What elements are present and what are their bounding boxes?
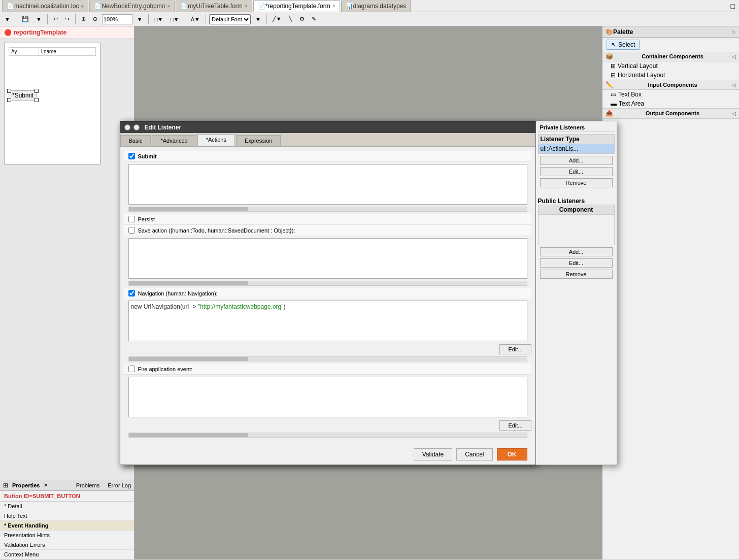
modal-tab-expression[interactable]: Expression — [236, 135, 281, 146]
cancel-btn[interactable]: Cancel — [456, 448, 492, 460]
fire-event-code-area[interactable] — [128, 377, 527, 417]
modal-tab-actions[interactable]: *Actions — [197, 134, 235, 146]
palette-vertical-layout[interactable]: ⊞ Vertical Layout — [602, 61, 739, 71]
close-icon[interactable]: × — [167, 4, 170, 9]
layout-h-icon: ⊟ — [611, 72, 616, 79]
public-remove-btn[interactable]: Remove — [540, 270, 613, 279]
toolbar-btn-zoomin[interactable]: ⊕ — [79, 14, 88, 24]
font-select[interactable]: Default Font — [209, 14, 251, 24]
toolbar-btn-border2[interactable]: □▼ — [167, 15, 182, 24]
canvas-area[interactable]: Ay i.name *Submit — [0, 39, 134, 480]
container-collapse-btn[interactable]: ◁ — [732, 54, 736, 59]
properties-close-icon[interactable]: ✕ — [44, 482, 48, 488]
submit-label: Submit — [138, 153, 157, 159]
toolbar-btn-group[interactable]: ▼ — [33, 15, 44, 24]
toolbar-btn-misc2[interactable]: ╱▼ — [270, 14, 284, 24]
tab-bar: 📄 machineLocalization.loc × 📄 NewBookEnt… — [0, 0, 739, 12]
close-icon[interactable]: × — [81, 4, 84, 9]
toolbar-btn-save[interactable]: 💾 — [19, 14, 31, 24]
palette-text-box[interactable]: ▭ Text Box — [602, 90, 739, 99]
errorlog-tab[interactable]: Error Log — [108, 482, 131, 488]
submit-code-area[interactable] — [128, 164, 527, 205]
nav-checkbox[interactable] — [128, 290, 135, 297]
input-collapse-btn[interactable]: ◁ — [732, 82, 736, 88]
close-icon[interactable]: × — [332, 3, 335, 9]
private-actions: Add... Edit... Remove — [538, 154, 615, 189]
palette-text-area[interactable]: ▬ Text Area — [602, 99, 739, 108]
ok-btn[interactable]: OK — [497, 448, 527, 460]
component-col: Component — [538, 205, 614, 215]
modal-tab-basic[interactable]: Basic — [120, 135, 151, 146]
listener-row[interactable]: ui::ActionLis... — [538, 144, 614, 154]
prop-helptext[interactable]: Help Text — [0, 511, 134, 521]
toolbar-btn-dropdown[interactable]: ▼ — [135, 15, 145, 24]
submit-scrollbar-h[interactable] — [128, 207, 527, 212]
palette-icon: 🎨 — [606, 28, 613, 36]
submit-checkbox[interactable] — [128, 153, 135, 159]
nav-code-area[interactable]: new UrlNavigation(url -> "http://myfanta… — [128, 301, 527, 341]
toolbar-btn-misc1[interactable]: ▼ — [253, 15, 263, 24]
persist-checkbox[interactable] — [128, 216, 135, 222]
file-icon: 📄 — [258, 3, 265, 10]
tab-myuitreetable[interactable]: 📄 myUiTreeTable.form × — [176, 1, 252, 12]
fire-event-edit-btn[interactable]: Edit... — [499, 420, 531, 431]
preview-submit-button[interactable]: *Submit — [9, 90, 37, 101]
edit-listener-modal: Edit Listener Basic *Advanced *Actions E… — [120, 121, 536, 465]
nav-edit-btn[interactable]: Edit... — [499, 344, 531, 354]
toolbar-btn-undo[interactable]: ↩ — [51, 14, 60, 24]
toolbar-btn-misc4[interactable]: ⚙ — [297, 14, 307, 24]
toolbar-btn-zoomout[interactable]: ⊖ — [90, 14, 100, 24]
toolbar-btn-arrow[interactable]: ▼ — [2, 15, 13, 24]
tab-newbookentry[interactable]: 📄 NewBookEntry.gobpmn × — [89, 1, 175, 12]
fire-event-label: Fire application event: — [138, 366, 193, 372]
private-add-btn[interactable]: Add... — [540, 156, 613, 165]
public-add-btn[interactable]: Add... — [540, 247, 613, 256]
toolbar-font-label: A▼ — [188, 15, 203, 24]
submit-code-textarea[interactable] — [129, 164, 527, 204]
save-action-scrollbar[interactable] — [128, 281, 527, 286]
prop-presentationhints[interactable]: Presentation Hints — [0, 531, 134, 540]
right-panel: 🎨 Palette ▷ ↖ Select 📦 Container Compone… — [602, 26, 739, 559]
palette-horizontal-layout[interactable]: ⊟ Horizontal Layout — [602, 71, 739, 80]
palette-collapse-btn[interactable]: ▷ — [732, 29, 736, 35]
prop-eventhandling[interactable]: * Event Handling — [0, 521, 134, 531]
save-action-checkbox[interactable] — [128, 227, 135, 234]
input-components-header[interactable]: ✏️ Input Components ◁ — [602, 80, 739, 90]
nav-scrollbar[interactable] — [128, 356, 527, 361]
prop-validationerrors[interactable]: Validation Errors — [0, 540, 134, 550]
private-remove-btn[interactable]: Remove — [540, 178, 613, 187]
preview-col-iname: i.name — [39, 48, 95, 56]
problems-tab[interactable]: Problems — [76, 482, 99, 488]
toolbar-btn-redo[interactable]: ↪ — [62, 14, 72, 24]
tab-diagrams[interactable]: 📊 diagrams.datatypes — [341, 1, 411, 12]
output-collapse-btn[interactable]: ◁ — [732, 111, 736, 116]
save-action-textarea[interactable] — [129, 239, 527, 278]
fire-event-scrollbar[interactable] — [128, 433, 527, 438]
toolbar-btn-misc5[interactable]: ✎ — [309, 14, 319, 24]
tab-machineloc[interactable]: 📄 machineLocalization.loc × — [2, 1, 88, 12]
public-edit-btn[interactable]: Edit... — [540, 258, 613, 268]
modal-footer: Validate Cancel OK — [120, 444, 535, 465]
private-edit-btn[interactable]: Edit... — [540, 167, 613, 176]
prop-detail[interactable]: * Detail — [0, 502, 134, 511]
public-listeners-section: Public Listeners Component Add... Edit.. — [538, 197, 615, 281]
palette-select-btn[interactable]: ↖ Select — [607, 40, 640, 50]
output-components-header[interactable]: 📤 Output Components ◁ — [602, 109, 739, 118]
container-components-header[interactable]: 📦 Container Components ◁ — [602, 52, 739, 61]
sep1 — [16, 14, 16, 24]
modal-tab-advanced[interactable]: *Advanced — [152, 135, 196, 146]
close-icon[interactable]: × — [245, 4, 248, 9]
toolbar-btn-misc3[interactable]: ╲ — [286, 14, 295, 24]
zoom-input[interactable] — [102, 14, 132, 24]
validate-btn[interactable]: Validate — [414, 448, 452, 460]
tab-reportingtemplate[interactable]: 📄 *reportingTemplate.form × — [253, 1, 340, 12]
main-layout: 🔴 reportingTemplate Ay i.name *Submit — [0, 26, 739, 559]
modal-titlebar: Edit Listener — [120, 122, 535, 133]
fire-event-checkbox[interactable] — [128, 366, 135, 372]
toolbar-btn-border[interactable]: □▼ — [152, 15, 166, 24]
maximize-icon[interactable]: □ — [729, 2, 737, 10]
prop-contextmenu[interactable]: Context Menu — [0, 550, 134, 559]
public-listener-row — [538, 215, 614, 245]
fire-event-textarea[interactable] — [129, 377, 527, 417]
save-action-code-area[interactable] — [128, 238, 527, 279]
